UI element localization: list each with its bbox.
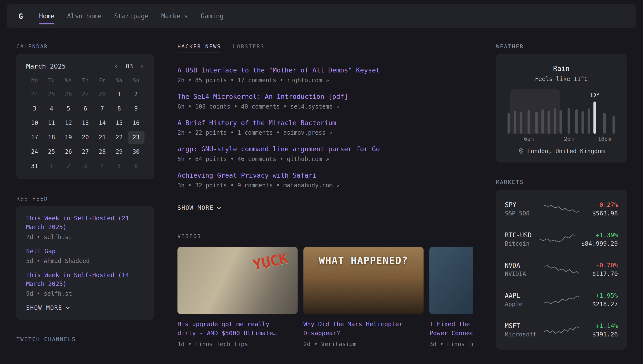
nav-tabs: HomeAlso homeStartpageMarketsGaming: [39, 4, 224, 28]
market-price: $218.27: [585, 300, 618, 308]
news-tab-hacker-news[interactable]: HACKER NEWS: [178, 44, 221, 52]
markets-widget: SPYS&P 500-0.27%$563.98BTC-USDBitcoin+1.…: [496, 190, 627, 350]
calendar-day: 22: [111, 131, 128, 144]
market-change: -0.27%: [585, 201, 618, 208]
weather-bar-box: [540, 92, 546, 134]
calendar-day: 9: [128, 102, 145, 115]
news-story-title[interactable]: A USB Interface to the "Mother of All De…: [178, 66, 473, 75]
news-story-title[interactable]: The SeL4 Microkernel: An Introduction [p…: [178, 92, 473, 101]
top-navigation: G HomeAlso homeStartpageMarketsGaming: [7, 4, 636, 28]
news-story-list: A USB Interface to the "Mother of All De…: [178, 66, 473, 189]
video-title[interactable]: I Fixed the 5Power Connect: [429, 320, 473, 338]
weather-bar-box: [564, 92, 574, 134]
weather-bar-box: [611, 92, 617, 134]
thumbnail-overlay-text: YUCK: [251, 250, 289, 274]
nav-tab-gaming[interactable]: Gaming: [201, 4, 224, 28]
weather-bar-box: [546, 92, 552, 134]
nav-tab-home[interactable]: Home: [39, 4, 55, 28]
weather-hour-column: 6am: [524, 92, 534, 142]
rss-item-title[interactable]: This Week in Self-Hosted (21 March 2025): [26, 214, 145, 232]
weather-hour-column: [546, 92, 552, 142]
calendar-day: 18: [43, 131, 60, 144]
next-month-icon[interactable]: ›: [140, 62, 145, 70]
market-row[interactable]: NVDANVIDIA-0.70%$117.70: [505, 254, 618, 285]
weather-hour-label: [546, 134, 552, 142]
market-price: $117.70: [585, 270, 618, 278]
market-row[interactable]: MSFTMicrosoft+1.14%$391.26: [505, 315, 618, 345]
market-sparkline: [543, 202, 580, 216]
news-tab-lobsters[interactable]: LOBSTERS: [233, 44, 265, 52]
chevron-down-icon: [66, 305, 70, 309]
weather-bar: [527, 110, 530, 134]
market-price: $563.98: [585, 210, 618, 217]
video-title[interactable]: His upgrade got me reallydirty - AMD $50…: [178, 320, 298, 338]
news-story-title[interactable]: A Brief History of the Miracle Bacterium: [178, 118, 473, 128]
news-show-more-button[interactable]: SHOW MORE: [178, 204, 220, 211]
calendar-day: 27: [77, 145, 94, 158]
weather-hour-label: [592, 134, 598, 142]
calendar-weekday: Sa: [111, 76, 128, 86]
nav-tab-markets[interactable]: Markets: [161, 4, 188, 28]
calendar-day: 4: [43, 102, 60, 115]
nav-tab-also-home[interactable]: Also home: [67, 4, 102, 28]
market-change: +1.95%: [585, 292, 618, 299]
video-thumbnail[interactable]: DOTH: [429, 247, 473, 314]
weather-hour-label: [552, 134, 558, 142]
calendar-day: 3: [77, 160, 94, 173]
news-story-title[interactable]: argp: GNU-style command line argument pa…: [178, 144, 473, 154]
app-logo[interactable]: G: [19, 12, 23, 20]
weather-hour-column: [586, 92, 592, 142]
calendar-day: 6: [77, 102, 94, 115]
rss-item: This Week in Self-Hosted (14 March 2025)…: [26, 271, 145, 298]
calendar-day: 16: [128, 116, 145, 130]
video-thumbnail[interactable]: WHAT HAPPENED?: [303, 247, 424, 314]
weather-feels-like: Feels like 11°C: [506, 76, 617, 82]
rss-item-title[interactable]: This Week in Self-Hosted (14 March 2025): [26, 271, 145, 288]
weather-hour-column: [512, 92, 518, 142]
weather-hour-column: 12°: [592, 92, 598, 142]
video-card: WHAT HAPPENED?Why Did The Mars Helicopte…: [303, 247, 424, 348]
calendar-grid: MoTuWeThFrSaSu24252627281234567891011121…: [26, 76, 145, 173]
weather-bar-box: [524, 92, 534, 134]
market-row[interactable]: BTC-USDBitcoin+1.39%$84,999.29: [505, 224, 618, 254]
weather-bar: [554, 108, 556, 134]
weather-bar-box: [534, 92, 540, 134]
calendar-day: 28: [94, 145, 111, 158]
weather-hour-column: [611, 92, 617, 142]
calendar-header: March 2025 ‹ 03 ›: [26, 62, 145, 70]
market-symbol-block: BTC-USDBitcoin: [505, 232, 534, 247]
weather-hour-label: [540, 134, 546, 142]
news-story-meta: 2h • 85 points • 17 comments • righto.co…: [178, 77, 473, 84]
weather-bar-box: [512, 92, 518, 134]
calendar-weekday: Th: [77, 76, 94, 86]
weather-hour-column: [534, 92, 540, 142]
market-values: -0.70%$117.70: [585, 262, 618, 278]
news-story-title[interactable]: Achieving Great Privacy with Safari: [178, 171, 473, 180]
weather-location: London, United Kingdom: [506, 148, 617, 155]
weather-bar: [535, 112, 538, 134]
calendar-day: 15: [111, 116, 128, 130]
calendar-weekday: Su: [128, 76, 145, 86]
calendar-day: 13: [77, 116, 94, 130]
rss-show-more-button[interactable]: SHOW MORE: [26, 304, 69, 311]
calendar-day: 5: [60, 102, 77, 115]
news-story-meta: 3h • 32 points • 9 comments • matanabudy…: [178, 182, 473, 189]
market-sparkline: [543, 324, 580, 337]
rss-item: This Week in Self-Hosted (21 March 2025)…: [26, 214, 145, 240]
weather-location-text: London, United Kingdom: [527, 148, 605, 155]
weather-hour-column: [518, 92, 524, 142]
market-row[interactable]: AAPLApple+1.95%$218.27: [505, 285, 618, 315]
rss-item-meta: 9d • selfh.st: [26, 290, 145, 297]
market-row[interactable]: SPYS&P 500-0.27%$563.98: [505, 194, 618, 224]
market-symbol-block: AAPLApple: [505, 292, 538, 308]
calendar-day: 1: [111, 88, 128, 101]
prev-month-icon[interactable]: ‹: [114, 62, 119, 70]
weather-bar-box: [506, 92, 512, 134]
calendar-month-nav: ‹ 03 ›: [114, 62, 145, 70]
nav-tab-startpage[interactable]: Startpage: [114, 4, 149, 28]
video-title[interactable]: Why Did The Mars HelicopterDisappear?: [303, 320, 424, 338]
video-thumbnail[interactable]: YUCK: [178, 247, 298, 314]
thumbnail-overlay-text: WHAT HAPPENED?: [319, 255, 408, 266]
rss-item-title[interactable]: Self Gap: [26, 247, 145, 256]
weather-hour-label: [586, 134, 592, 142]
